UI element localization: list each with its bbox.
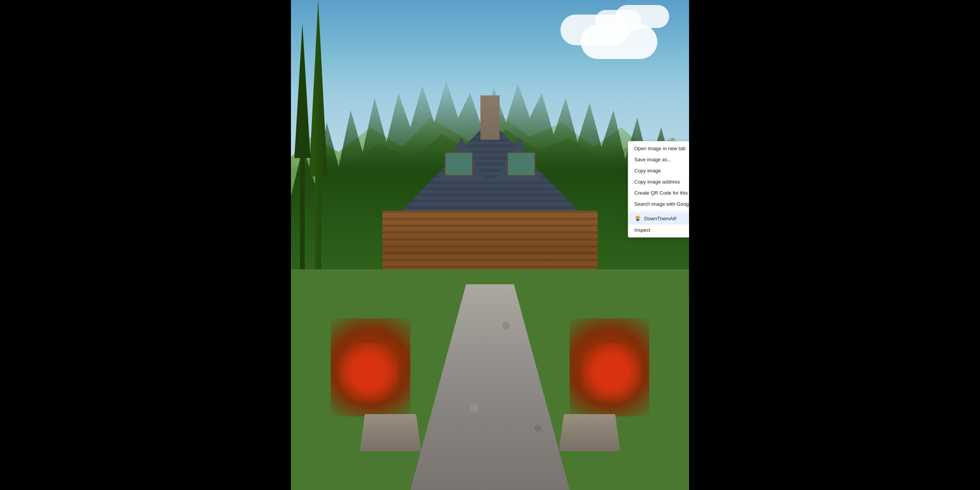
separator-1 (628, 211, 689, 211)
menu-item-copy-image-label: Copy image (634, 168, 661, 174)
menu-item-search-image-google[interactable]: Search image with Google (628, 198, 689, 210)
retaining-wall-right (559, 414, 620, 451)
menu-item-downthemall[interactable]: DownThemAll! ▶ (628, 212, 689, 225)
window-dormer-left (444, 152, 473, 176)
flowers-left-2 (339, 343, 399, 402)
left-panel (92, 0, 291, 490)
menu-item-create-qr-code[interactable]: Create QR Code for this image (628, 187, 689, 198)
menu-item-save-image-as[interactable]: Save image as... (628, 154, 689, 165)
menu-item-copy-image-address[interactable]: Copy image address (628, 176, 689, 187)
menu-item-inspect[interactable]: Inspect (628, 225, 689, 236)
menu-item-inspect-label: Inspect (634, 227, 650, 233)
downthemall-icon (634, 215, 641, 222)
menu-item-copy-image-address-label: Copy image address (634, 179, 680, 185)
menu-item-copy-image[interactable]: Copy image (628, 165, 689, 176)
menu-item-open-image-new-tab-label: Open image in new tab (634, 146, 686, 151)
svg-marker-0 (635, 215, 641, 219)
image-area: Open image in new tab Save image as... C… (291, 0, 689, 490)
retaining-wall-left (360, 414, 421, 451)
menu-item-search-image-google-label: Search image with Google (634, 201, 689, 207)
chimney (480, 95, 500, 139)
primary-context-menu: Open image in new tab Save image as... C… (628, 141, 689, 238)
menu-item-downthemall-label: DownThemAll! (644, 216, 677, 221)
cloud-3 (581, 25, 657, 59)
menu-item-create-qr-code-label: Create QR Code for this image (634, 190, 689, 196)
cloud-4 (616, 5, 669, 28)
flowers-right-2 (581, 343, 641, 402)
menu-item-open-image-new-tab[interactable]: Open image in new tab (628, 143, 689, 154)
window-dormer-right (507, 152, 536, 176)
svg-marker-1 (635, 219, 640, 221)
page-wrapper: Open image in new tab Save image as... C… (0, 0, 980, 490)
right-panel (689, 0, 888, 490)
menu-item-save-image-as-label: Save image as... (634, 157, 671, 162)
cabin-photo: Open image in new tab Save image as... C… (291, 0, 689, 490)
